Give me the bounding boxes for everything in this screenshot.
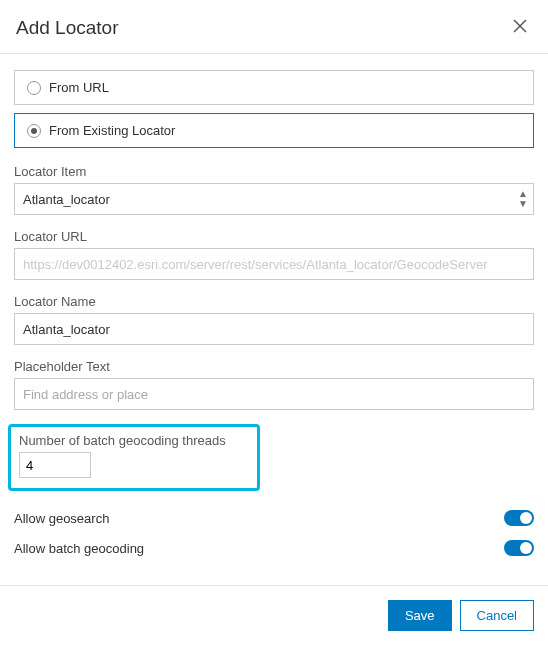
locator-name-input[interactable]: [14, 313, 534, 345]
allow-batch-label: Allow batch geocoding: [14, 541, 144, 556]
dialog-title: Add Locator: [16, 17, 118, 39]
cancel-button[interactable]: Cancel: [460, 600, 534, 631]
placeholder-text-label: Placeholder Text: [14, 359, 534, 374]
batch-threads-label: Number of batch geocoding threads: [19, 433, 249, 448]
allow-geosearch-toggle[interactable]: [504, 510, 534, 526]
allow-batch-toggle[interactable]: [504, 540, 534, 556]
locator-item-label: Locator Item: [14, 164, 534, 179]
radio-icon-checked: [27, 124, 41, 138]
close-button[interactable]: [508, 14, 532, 41]
close-icon: [512, 22, 528, 37]
radio-icon: [27, 81, 41, 95]
save-button[interactable]: Save: [388, 600, 452, 631]
locator-name-label: Locator Name: [14, 294, 534, 309]
radio-from-existing-label: From Existing Locator: [49, 123, 175, 138]
batch-threads-highlight: Number of batch geocoding threads: [8, 424, 260, 491]
radio-from-url-label: From URL: [49, 80, 109, 95]
batch-threads-input[interactable]: [19, 452, 91, 478]
allow-geosearch-label: Allow geosearch: [14, 511, 109, 526]
radio-from-existing[interactable]: From Existing Locator: [14, 113, 534, 148]
radio-from-url[interactable]: From URL: [14, 70, 534, 105]
locator-url-input: [14, 248, 534, 280]
placeholder-text-input[interactable]: [14, 378, 534, 410]
locator-url-label: Locator URL: [14, 229, 534, 244]
locator-item-select[interactable]: Atlanta_locator: [14, 183, 534, 215]
